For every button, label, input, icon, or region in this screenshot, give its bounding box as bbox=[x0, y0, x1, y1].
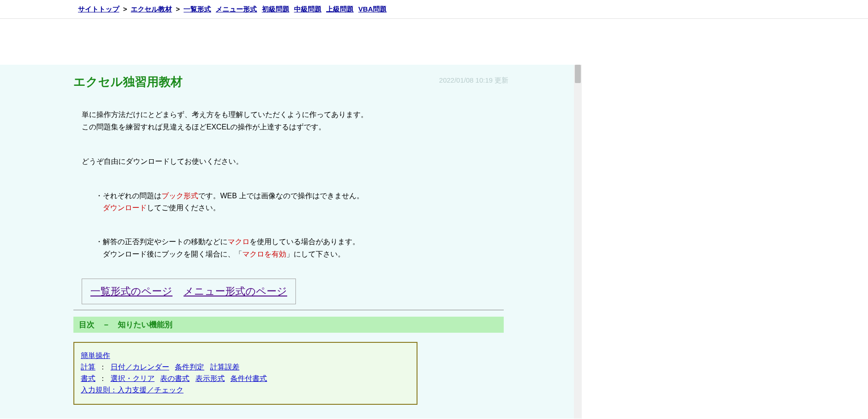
bullet-2-prefix: ・解答の正否判定やシートの移動などに bbox=[95, 238, 228, 246]
toc-link-conditional-format[interactable]: 条件付書式 bbox=[230, 374, 267, 382]
toc-link-date-calendar[interactable]: 日付／カレンダー bbox=[111, 363, 169, 371]
intro-line-2: この問題集を練習すれば見違えるほどEXCELの操作が上達するはずです。 bbox=[82, 121, 504, 133]
breadcrumb-menu-format[interactable]: メニュー形式 bbox=[216, 5, 257, 13]
toc-link-condition[interactable]: 条件判定 bbox=[175, 363, 204, 371]
bullet-1-suffix-1: です。WEB 上では画像なので操作はできません。 bbox=[198, 192, 364, 200]
toc-link-input-rule[interactable]: 入力規則：入力支援／チェック bbox=[81, 386, 184, 394]
bullet-list: ・それぞれの問題はブック形式です。WEB 上では画像なので操作はできません。 ダ… bbox=[82, 190, 504, 261]
bullet-1-red-1: ブック形式 bbox=[161, 192, 198, 200]
toc-link-display-format[interactable]: 表示形式 bbox=[195, 374, 225, 382]
bullet-2-line2b: 」にして下さい。 bbox=[286, 250, 345, 258]
title-row: エクセル独習用教材 2022/01/08 10:19 更新 bbox=[73, 74, 504, 90]
bullet-2-red-2: マクロを有効 bbox=[242, 250, 286, 258]
breadcrumb-site-top[interactable]: サイトトップ bbox=[78, 5, 119, 13]
toc-header: 目次 － 知りたい機能別 bbox=[73, 317, 504, 333]
page-title: エクセル独習用教材 bbox=[73, 74, 183, 90]
breadcrumb-separator: > bbox=[123, 5, 127, 13]
breadcrumb: サイトトップ > エクセル教材 > 一覧形式 メニュー形式 初級問題 中級問題 … bbox=[78, 4, 868, 15]
toc-link-select-clear[interactable]: 選択・クリア bbox=[111, 374, 155, 382]
toc-box: 簡単操作 計算 ： 日付／カレンダー 条件判定 計算誤差 書式 ： 選択・クリア… bbox=[73, 342, 417, 405]
breadcrumb-vba[interactable]: VBA問題 bbox=[358, 5, 387, 13]
divider bbox=[73, 310, 504, 310]
breadcrumb-beginner[interactable]: 初級問題 bbox=[262, 5, 289, 13]
content-wrapper: エクセル独習用教材 2022/01/08 10:19 更新 単に操作方法だけにと… bbox=[0, 65, 868, 419]
bullet-2-line2a: ダウンロード後にブックを開く場合に、「 bbox=[103, 250, 242, 258]
top-breadcrumb-bar: サイトトップ > エクセル教材 > 一覧形式 メニュー形式 初級問題 中級問題 … bbox=[0, 0, 868, 19]
intro-line-1: 単に操作方法だけにとどまらず、考え方をも理解していただくように作ってあります。 bbox=[82, 108, 504, 121]
toc-link-simple-op[interactable]: 簡単操作 bbox=[81, 352, 110, 359]
link-list-page[interactable]: 一覧形式のページ bbox=[90, 285, 172, 297]
breadcrumb-excel-materials[interactable]: エクセル教材 bbox=[131, 5, 172, 13]
toc-colon: ： bbox=[99, 363, 106, 371]
bullet-2-red-1: マクロ bbox=[228, 238, 250, 246]
bullet-1-red-2: ダウンロード bbox=[103, 204, 147, 212]
bullet-item-2: ・解答の正否判定やシートの移動などにマクロを使用している場合があります。 ダウン… bbox=[95, 236, 504, 260]
bullet-1-prefix: ・それぞれの問題は bbox=[95, 192, 161, 200]
breadcrumb-intermediate[interactable]: 中級問題 bbox=[294, 5, 322, 13]
toc-link-calc-error[interactable]: 計算誤差 bbox=[210, 363, 239, 371]
page-links-box: 一覧形式のページメニュー形式のページ bbox=[82, 279, 296, 304]
inner-content: エクセル独習用教材 2022/01/08 10:19 更新 単に操作方法だけにと… bbox=[0, 74, 582, 405]
scroll-area: エクセル独習用教材 2022/01/08 10:19 更新 単に操作方法だけにと… bbox=[0, 65, 582, 419]
intro-section: 単に操作方法だけにとどまらず、考え方をも理解していただくように作ってあります。 … bbox=[73, 108, 504, 260]
toc-link-table-format[interactable]: 表の書式 bbox=[160, 374, 189, 382]
scrollbar-thumb[interactable] bbox=[575, 65, 581, 83]
intro-line-3: どうぞ自由にダウンロードしてお使いください。 bbox=[82, 155, 504, 168]
scrollbar-track[interactable] bbox=[574, 65, 582, 419]
toc-colon: ： bbox=[99, 374, 106, 382]
update-timestamp: 2022/01/08 10:19 更新 bbox=[439, 76, 508, 85]
link-menu-page[interactable]: メニュー形式のページ bbox=[184, 285, 287, 297]
toc-link-format[interactable]: 書式 bbox=[81, 374, 95, 382]
breadcrumb-advanced[interactable]: 上級問題 bbox=[326, 5, 354, 13]
bullet-1-suffix-2: してご使用ください。 bbox=[147, 204, 220, 212]
toc-link-calc[interactable]: 計算 bbox=[81, 363, 95, 371]
bullet-item-1: ・それぞれの問題はブック形式です。WEB 上では画像なので操作はできません。 ダ… bbox=[95, 190, 504, 214]
breadcrumb-separator: > bbox=[176, 5, 180, 13]
bullet-2-suffix-1: を使用している場合があります。 bbox=[250, 238, 360, 246]
breadcrumb-list-format[interactable]: 一覧形式 bbox=[184, 5, 211, 13]
